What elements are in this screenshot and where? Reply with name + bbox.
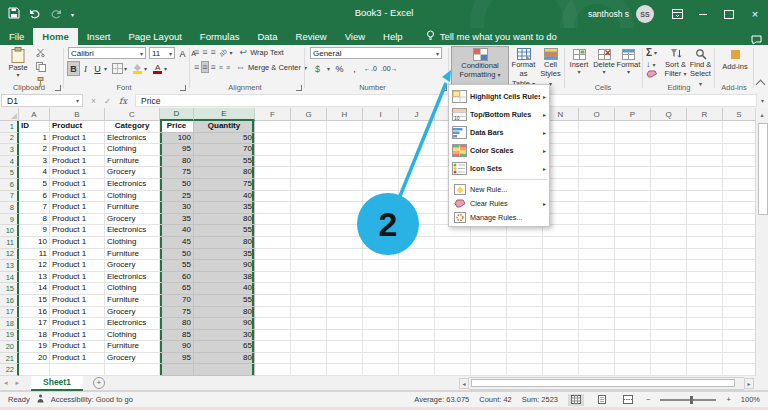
column-header[interactable]: H	[327, 108, 363, 121]
cell[interactable]	[687, 283, 723, 295]
cell[interactable]: 50	[160, 249, 194, 261]
menu-item-icon-sets[interactable]: Icon Sets▸	[449, 159, 549, 177]
cell[interactable]	[615, 364, 651, 376]
cell[interactable]: 10	[19, 237, 50, 249]
tab-formulas[interactable]: Formulas	[191, 28, 249, 45]
cancel-icon[interactable]: ×	[91, 96, 96, 106]
cell[interactable]	[723, 237, 755, 249]
cell[interactable]	[615, 121, 651, 133]
row-header[interactable]: 9	[0, 214, 19, 226]
cell[interactable]: Product 1	[50, 225, 105, 237]
cell[interactable]	[687, 353, 723, 365]
cell[interactable]	[363, 133, 399, 145]
row-header[interactable]: 10	[0, 225, 19, 237]
cell[interactable]	[327, 167, 363, 179]
cell[interactable]: Furniture	[105, 295, 160, 307]
cell[interactable]	[651, 260, 687, 272]
cell[interactable]	[723, 283, 755, 295]
cell[interactable]	[579, 144, 615, 156]
cell[interactable]	[615, 295, 651, 307]
cell[interactable]	[687, 272, 723, 284]
cell[interactable]	[723, 295, 755, 307]
cell[interactable]: Product 1	[50, 133, 105, 145]
cell[interactable]	[363, 202, 399, 214]
cell[interactable]	[435, 225, 471, 237]
cell[interactable]: 1	[19, 133, 50, 145]
format-as-table-button[interactable]: Format as Table ▾	[509, 47, 538, 88]
row-header[interactable]: 8	[0, 202, 19, 214]
cell[interactable]	[255, 318, 291, 330]
cell[interactable]	[651, 249, 687, 261]
cell[interactable]	[327, 295, 363, 307]
fill-button[interactable]: ↓▾	[646, 59, 657, 69]
row-header[interactable]: 18	[0, 318, 19, 330]
cell[interactable]	[651, 214, 687, 226]
menu-item-top-bottom-rules[interactable]: 10 Top/Bottom Rules▸	[449, 105, 549, 123]
row-header[interactable]: 16	[0, 295, 19, 307]
cell[interactable]	[615, 341, 651, 353]
cell[interactable]	[543, 225, 579, 237]
cell[interactable]: Product 1	[50, 214, 105, 226]
cell[interactable]: Furniture	[105, 202, 160, 214]
cell[interactable]	[687, 307, 723, 319]
grow-font-icon[interactable]: A	[177, 47, 188, 60]
cell[interactable]: 100	[160, 133, 194, 145]
hscroll-right-icon[interactable]: ▸	[744, 378, 754, 389]
cell[interactable]	[291, 307, 327, 319]
cell[interactable]	[507, 364, 543, 376]
increase-decimal-icon[interactable]: ←.0	[364, 62, 377, 75]
cell[interactable]	[687, 202, 723, 214]
name-box[interactable]: D1 ▾	[1, 94, 83, 107]
cell[interactable]	[255, 353, 291, 365]
collapse-ribbon-icon[interactable]	[756, 80, 766, 90]
cell[interactable]	[651, 237, 687, 249]
cell[interactable]	[399, 214, 435, 226]
cell[interactable]: 80	[194, 307, 255, 319]
cell[interactable]	[291, 330, 327, 342]
cell[interactable]: Product 1	[50, 341, 105, 353]
cell[interactable]: 13	[19, 272, 50, 284]
cell[interactable]	[579, 121, 615, 133]
column-header[interactable]: F	[255, 108, 291, 121]
merge-center-icon[interactable]: ⇔	[236, 62, 245, 72]
cell[interactable]	[363, 121, 399, 133]
row-header[interactable]: 6	[0, 179, 19, 191]
cell[interactable]	[363, 214, 399, 226]
cell[interactable]	[160, 364, 194, 376]
vertical-scroll-thumb[interactable]	[758, 123, 768, 215]
tab-page-layout[interactable]: Page Layout	[119, 28, 190, 45]
column-header[interactable]: D	[160, 108, 194, 121]
cell[interactable]	[651, 307, 687, 319]
sheet-tab-sheet1[interactable]: Sheet1	[31, 376, 83, 391]
cell[interactable]: Grocery	[105, 214, 160, 226]
cell[interactable]: Clothing	[105, 330, 160, 342]
cell[interactable]	[327, 260, 363, 272]
cell[interactable]: 80	[160, 318, 194, 330]
cell[interactable]: 75	[160, 167, 194, 179]
font-dialog-launcher[interactable]	[180, 85, 186, 91]
cell[interactable]	[327, 156, 363, 168]
percent-style-icon[interactable]: %	[334, 62, 345, 75]
scroll-up-icon[interactable]: ▴	[756, 108, 768, 118]
cell[interactable]: Product 1	[50, 260, 105, 272]
cell[interactable]: 6	[19, 191, 50, 203]
row-header[interactable]: 12	[0, 249, 19, 261]
cell[interactable]	[687, 167, 723, 179]
cell[interactable]	[651, 156, 687, 168]
cell[interactable]	[291, 364, 327, 376]
cell[interactable]	[327, 121, 363, 133]
cell[interactable]	[579, 353, 615, 365]
cell[interactable]	[255, 260, 291, 272]
cell[interactable]	[615, 283, 651, 295]
cell[interactable]	[363, 364, 399, 376]
cell[interactable]	[615, 225, 651, 237]
cell[interactable]	[651, 364, 687, 376]
cell[interactable]	[471, 260, 507, 272]
cell[interactable]	[651, 144, 687, 156]
alignment-dialog-launcher[interactable]	[296, 85, 302, 91]
minimize-button[interactable]	[690, 0, 716, 28]
cell[interactable]	[723, 144, 755, 156]
cell[interactable]	[687, 156, 723, 168]
decrease-decimal-icon[interactable]: .00→	[381, 62, 398, 75]
cell[interactable]: 35	[194, 249, 255, 261]
